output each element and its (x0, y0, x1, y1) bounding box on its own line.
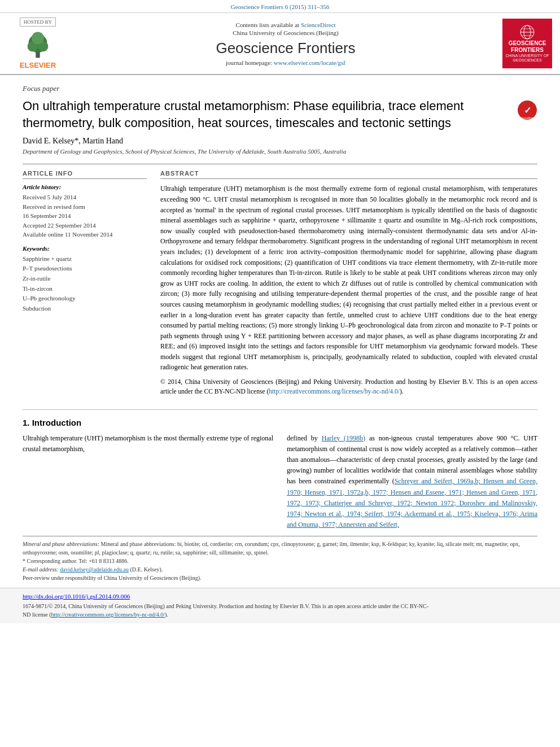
copyright-text: © 2014, China University of Geosciences … (160, 377, 537, 397)
section-divider (23, 409, 537, 410)
abstract-col: ABSTRACT Ultrahigh temperature (UHT) met… (160, 170, 537, 400)
journal-homepage-link[interactable]: www.elsevier.com/locate/gsf (274, 59, 345, 66)
abbreviations-label: Mineral and phase abbreviations: (23, 541, 99, 547)
sciencedirect-link[interactable]: ScienceDirect (301, 21, 336, 28)
email-link[interactable]: david.kelsey@adelaide.edu.au (60, 566, 129, 573)
available-online: Available online 11 November 2014 (23, 230, 147, 239)
footnotes-area: Mineral and phase abbreviations: Mineral… (23, 536, 537, 582)
focus-paper-label: Focus paper (23, 84, 537, 93)
copyright-link[interactable]: http://creativecommons.org/licenses/by-n… (269, 388, 400, 395)
intro-title: 1. Introduction (23, 418, 537, 427)
received-date: Received 5 July 2014 (23, 193, 147, 202)
author-affiliation: Department of Geology and Geophysics, Sc… (23, 148, 537, 155)
abstract-header: ABSTRACT (160, 170, 537, 179)
keyword-4: Ti-in-zircon (23, 284, 147, 294)
hosted-by-label: HOSTED BY (20, 18, 56, 27)
abstract-text: Ultrahigh temperature (UHT) metamorphism… (160, 184, 537, 396)
bottom-bar: http://dx.doi.org/10.1016/j.gsf.2014.09.… (0, 588, 560, 623)
intro-two-col: Ultrahigh temperature (UHT) metamorphism… (23, 433, 537, 531)
gsf-logo-title: GEOSCIENCEFRONTIERS (509, 40, 546, 54)
elsevier-text: ELSEVIER (20, 61, 56, 69)
abbreviations-note: Mineral and phase abbreviations: Mineral… (23, 540, 537, 557)
intro-right-col: defined by Harley (1998b) as non-igneous… (287, 433, 537, 531)
authors: David E. Kelsey*, Martin Hand (23, 137, 537, 146)
reference-link-1[interactable]: Schreyer and Seifert, 1969a,b; Hensen an… (287, 477, 537, 528)
introduction-section: 1. Introduction Ultrahigh temperature (U… (23, 418, 537, 531)
elsevier-tree-icon (21, 29, 55, 60)
journal-citation: Geoscience Frontiers 6 (2015) 311–356 (231, 3, 329, 10)
peer-review-note: Peer-review under responsibility of Chin… (23, 574, 537, 582)
keyword-3: Zr-in-rutile (23, 274, 147, 284)
journal-top-bar: Geoscience Frontiers 6 (2015) 311–356 (0, 0, 560, 13)
corresponding-author-note: * Corresponding author. Tel: +61 8 8313 … (23, 557, 537, 565)
elsevier-logo-area: HOSTED BY ELSEVIER (7, 18, 69, 69)
gsf-logo-subtitle: CHINA UNIVERSITY OFGEOSCIENCES (506, 54, 549, 63)
svg-text:CrossMark: CrossMark (520, 116, 535, 120)
article-info-header: ARTICLE INFO (23, 170, 147, 179)
article-columns: ARTICLE INFO Article history: Received 5… (23, 164, 537, 400)
paper-title-section: On ultrahigh temperature crustal metamor… (23, 98, 537, 131)
crossmark-icon: ✓ CrossMark (517, 100, 537, 120)
journal-center-info: Contents lists available at ScienceDirec… (76, 21, 496, 66)
university-line: China University of Geosciences (Beijing… (76, 29, 496, 36)
intro-left-text: Ultrahigh temperature (UHT) metamorphism… (23, 433, 273, 455)
article-info-col: ARTICLE INFO Article history: Received 5… (23, 170, 147, 400)
email-note: E-mail address: david.kelsey@adelaide.ed… (23, 565, 537, 574)
gsf-globe-icon (516, 24, 539, 40)
journal-name: Geoscience Frontiers (76, 40, 496, 57)
keyword-2: P–T pseudosections (23, 264, 147, 274)
email-label: E-mail address: (23, 566, 59, 573)
received-revised: Received in revised form16 September 201… (23, 202, 147, 221)
history-label: Article history: (23, 184, 147, 190)
intro-right-text: defined by Harley (1998b) as non-igneous… (287, 433, 537, 531)
accepted-date: Accepted 22 September 2014 (23, 221, 147, 230)
paper-title: On ultrahigh temperature crustal metamor… (23, 98, 511, 131)
paper-content: Focus paper On ultrahigh temperature cru… (0, 75, 560, 530)
doi-link[interactable]: http://dx.doi.org/10.1016/j.gsf.2014.09.… (23, 593, 130, 600)
doi-line: http://dx.doi.org/10.1016/j.gsf.2014.09.… (23, 593, 537, 600)
journal-homepage: journal homepage: www.elsevier.com/locat… (76, 59, 496, 66)
harley-reference-link[interactable]: Harley (1998b) (322, 434, 365, 442)
gsf-logo-box: GEOSCIENCEFRONTIERS CHINA UNIVERSITY OFG… (502, 19, 552, 68)
contents-line: Contents lists available at ScienceDirec… (76, 21, 496, 28)
keyword-1: Sapphirine + quartz (23, 254, 147, 264)
keywords-label: Keywords: (23, 245, 147, 252)
intro-left-col: Ultrahigh temperature (UHT) metamorphism… (23, 433, 273, 531)
elsevier-logo: ELSEVIER (20, 29, 56, 69)
keyword-6: Subduction (23, 304, 147, 314)
svg-text:✓: ✓ (524, 106, 531, 115)
abstract-paragraph: Ultrahigh temperature (UHT) metamorphism… (160, 184, 537, 373)
svg-point-4 (32, 32, 44, 45)
keyword-5: U–Pb geochronology (23, 294, 147, 304)
journal-header: HOSTED BY ELSEVIER Contents lists availa… (0, 13, 560, 75)
email-suffix: (D.E. Kelsey). (130, 566, 163, 573)
gsf-logo-area: GEOSCIENCEFRONTIERS CHINA UNIVERSITY OFG… (502, 19, 553, 68)
bottom-license: 1674-9871/© 2014, China University of Ge… (23, 602, 537, 619)
bottom-license-link[interactable]: http://creativecommons.org/licenses/by-n… (51, 611, 165, 618)
